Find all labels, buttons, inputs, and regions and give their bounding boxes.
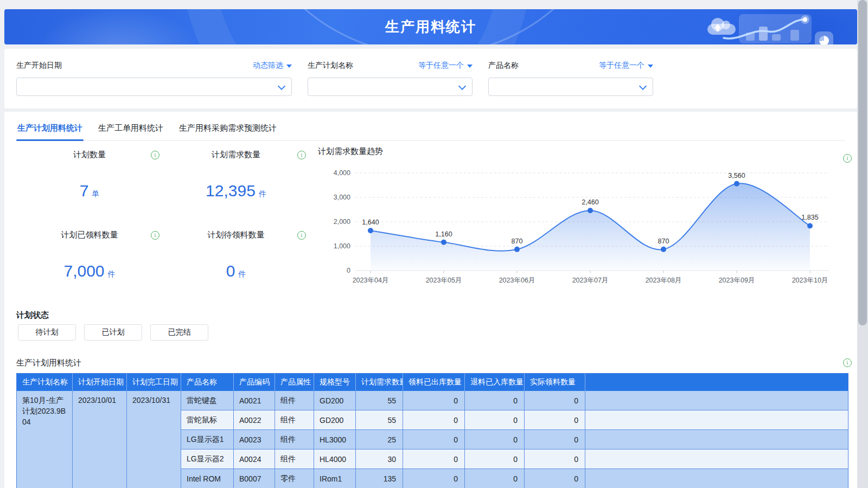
caret-down-icon	[467, 65, 473, 70]
column-header: 计划开始日期	[73, 374, 127, 391]
data-point	[734, 181, 739, 187]
product-name: LG显示器2	[181, 450, 234, 469]
stat-unit: 件	[108, 269, 116, 278]
column-header: 产品编码	[234, 374, 275, 391]
filter-product-name: 产品名称 等于任意一个	[488, 61, 653, 96]
filter-production-plan-name: 生产计划名称 等于任意一个	[308, 61, 473, 96]
stat-unit: 单	[92, 189, 99, 198]
caret-down-icon	[648, 65, 653, 70]
returned-qty: 0	[465, 450, 525, 469]
production-plan-name-select[interactable]	[308, 78, 473, 96]
materials-table-wrap: 生产计划名称计划开始日期计划完工日期产品名称产品编码产品属性规格型号计划需求数量…	[16, 373, 848, 488]
stat-card-1: 计划需求数量i12,395件	[163, 146, 309, 227]
required-qty: 135	[356, 469, 403, 488]
pie-chart-icon	[815, 31, 833, 44]
info-icon[interactable]: i	[297, 151, 306, 159]
column-header: 计划需求数量	[356, 374, 403, 391]
plan-name-cell: 第10月-生产计划2023.9B04	[17, 391, 73, 488]
spec-model: GD200	[314, 410, 356, 430]
data-point	[661, 247, 666, 252]
issued-qty: 0	[403, 469, 465, 488]
product-attr: 组件	[275, 410, 314, 430]
product-name: 雷蛇鼠标	[181, 410, 234, 430]
required-qty: 55	[356, 410, 403, 430]
product-attr: 组件	[275, 450, 314, 469]
info-icon[interactable]: i	[151, 231, 159, 240]
spec-model: HL3000	[314, 430, 356, 450]
x-axis-label: 2023年09月	[719, 277, 755, 284]
trend-line-chart: 01,0002,0003,0004,0001,6402023年04月1,1602…	[318, 158, 833, 287]
materials-table: 生产计划名称计划开始日期计划完工日期产品名称产品编码产品属性规格型号计划需求数量…	[16, 373, 848, 488]
tab-0[interactable]: 生产计划用料统计	[16, 118, 84, 140]
filter-panel: 生产开始日期 动态筛选 生产计划名称 等于任意一个	[4, 49, 857, 108]
stat-value: 7单	[16, 182, 163, 200]
info-icon[interactable]: i	[843, 358, 852, 367]
info-icon[interactable]: i	[843, 154, 852, 163]
info-icon[interactable]: i	[297, 231, 306, 240]
info-icon[interactable]: i	[151, 151, 159, 159]
table-header-row: 生产计划名称计划开始日期计划完工日期产品名称产品编码产品属性规格型号计划需求数量…	[17, 374, 848, 391]
plan-status-button-2[interactable]: 已完结	[150, 324, 208, 341]
returned-qty: 0	[465, 410, 525, 430]
table-title: 生产计划用料统计	[16, 358, 81, 367]
product-code: A0022	[234, 410, 275, 430]
stat-label: 计划需求数量	[212, 150, 260, 160]
column-header: 产品属性	[275, 374, 314, 391]
trend-line-icon	[724, 14, 819, 43]
caret-down-icon	[286, 65, 292, 70]
filter-mode-dropdown[interactable]: 动态筛选	[253, 61, 292, 70]
plan-status-label: 计划状态	[16, 310, 49, 320]
filter-production-start-date: 生产开始日期 动态筛选	[16, 61, 292, 96]
data-label: 870	[658, 237, 669, 245]
y-axis-tick: 2,000	[334, 218, 350, 226]
spec-model: IRom1	[314, 469, 356, 488]
filter-mode-dropdown[interactable]: 等于任意一个	[418, 61, 473, 70]
y-axis-tick: 0	[347, 267, 350, 274]
filler-cell	[585, 430, 848, 450]
production-start-date-select[interactable]	[16, 78, 292, 96]
table-row[interactable]: 第10月-生产计划2023.9B042023/10/012023/10/31雷蛇…	[17, 391, 848, 410]
data-label: 870	[512, 237, 523, 245]
page-scrollbar[interactable]	[857, 0, 868, 488]
plan-status-button-1[interactable]: 已计划	[84, 324, 142, 341]
product-name: 雷蛇键盘	[181, 391, 234, 410]
spec-model: HL4000	[314, 450, 356, 469]
scrollbar-thumb[interactable]	[858, 0, 867, 325]
tab-bar: 生产计划用料统计生产工单用料统计生产用料采购需求预测统计	[16, 118, 845, 141]
actual-qty: 0	[525, 430, 585, 450]
column-header: 退料已入库数量	[465, 374, 525, 391]
filler-cell	[585, 450, 848, 469]
issued-qty: 0	[403, 391, 465, 410]
product-code: B0007	[234, 469, 275, 488]
column-header-filler	[585, 374, 848, 391]
filter-mode-dropdown[interactable]: 等于任意一个	[599, 61, 653, 70]
column-header: 生产计划名称	[17, 374, 73, 391]
data-point	[514, 247, 520, 252]
stat-cards: 计划数量i7单计划需求数量i12,395件计划已领料数量i7,000件计划待领料…	[16, 146, 309, 307]
product-name-select[interactable]	[488, 78, 653, 96]
issued-qty: 0	[403, 430, 465, 450]
filter-label: 产品名称	[488, 61, 519, 70]
tab-2[interactable]: 生产用料采购需求预测统计	[178, 118, 278, 140]
product-attr: 组件	[275, 391, 314, 410]
issued-qty: 0	[403, 410, 465, 430]
y-axis-tick: 3,000	[334, 194, 350, 201]
plan-status-button-0[interactable]: 待计划	[18, 324, 76, 341]
column-header: 实际领料数量	[525, 374, 585, 391]
product-code: A0023	[234, 430, 275, 450]
stat-value: 12,395件	[163, 182, 309, 200]
product-attr: 零件	[275, 469, 314, 488]
required-qty: 25	[356, 430, 403, 450]
product-code: A0021	[234, 391, 275, 410]
filler-cell	[585, 391, 848, 410]
column-header: 规格型号	[314, 374, 356, 391]
page-content: 生产用料统计	[4, 9, 857, 488]
spec-model: GD200	[314, 391, 356, 410]
tab-1[interactable]: 生产工单用料统计	[97, 118, 164, 140]
data-label: 1,160	[435, 230, 452, 238]
returned-qty: 0	[465, 430, 525, 450]
banner-illustration	[716, 14, 825, 43]
x-axis-label: 2023年05月	[426, 277, 462, 284]
x-axis-label: 2023年06月	[499, 277, 535, 284]
main-panel: 生产计划用料统计生产工单用料统计生产用料采购需求预测统计 计划数量i7单计划需求…	[4, 112, 857, 488]
